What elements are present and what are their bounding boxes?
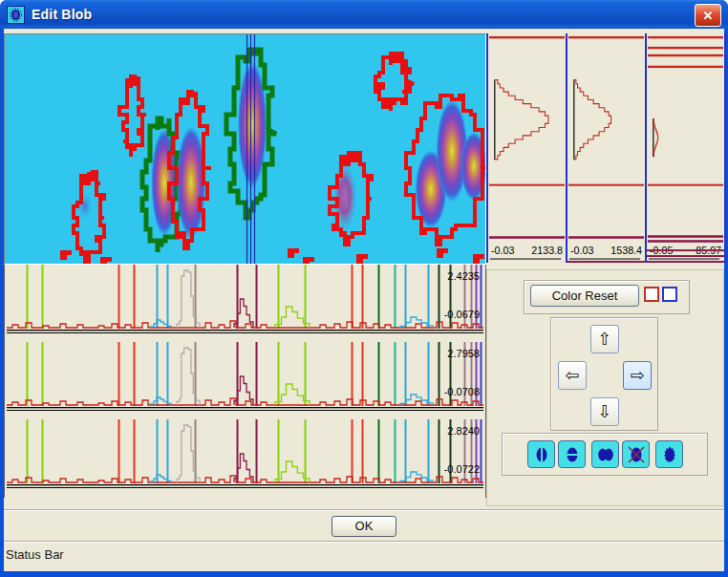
up-arrow-icon: ⇧ [597,329,611,350]
blue-swatch[interactable] [662,287,677,302]
hist-min-label: -0.03 [570,245,593,256]
merge-blobs-button[interactable] [591,440,619,468]
spectrum-max-label: 2.7958 [447,348,480,359]
ragged-blob-button[interactable] [655,440,683,468]
control-panel: Color Reset ⇧ ⇦ ⇨ ⇩ [486,269,724,506]
split-blob-vertical-button[interactable] [527,440,555,468]
spectrum-min-label: -0.0679 [444,309,480,320]
delete-blob-icon [627,445,646,464]
split-blob-horizontal-button[interactable] [558,440,586,468]
spectrum-max-label: 2.4235 [447,270,480,282]
histogram-0[interactable]: -0.032133.8 [488,33,567,263]
move-right-button[interactable]: ⇨ [623,361,652,390]
move-down-button[interactable]: ⇩ [590,397,619,426]
left-arrow-icon: ⇦ [565,365,579,386]
spectrum-max-label: 2.8240 [447,425,480,437]
status-bar: Status Bar [4,541,724,571]
color-reset-group: Color Reset [524,280,690,314]
spectrum-2[interactable]: 2.8240-0.0722 [5,419,485,497]
arrow-pad-group: ⇧ ⇦ ⇨ ⇩ [550,317,658,431]
close-button[interactable]: ✕ [695,4,721,27]
title-bar[interactable]: Edit Blob ✕ [0,0,728,29]
ragged-blob-icon [660,445,679,464]
spectra-panel[interactable]: 2.4235-0.06792.7958-0.07082.8240-0.0722 [4,265,486,498]
histogram-2[interactable]: -0.0585.97 [647,33,726,263]
color-reset-button[interactable]: Color Reset [530,285,639,307]
move-up-button[interactable]: ⇧ [590,325,619,353]
merge-icon [596,445,615,464]
histogram-1[interactable]: -0.031538.4 [567,33,647,263]
footer-strip: OK [4,509,724,542]
spectrum-min-label: -0.0722 [444,463,480,475]
hist-max-label: 2133.8 [531,245,563,256]
blob-image-svg [5,34,485,264]
window-title: Edit Blob [32,7,92,22]
red-swatch[interactable] [644,287,659,302]
hist-min-label: -0.03 [491,245,514,256]
spectrum-0[interactable]: 2.4235-0.0679 [5,265,485,342]
down-arrow-icon: ⇩ [597,401,611,422]
dialog-content: -0.032133.8-0.031538.4-0.0585.97 2.4235-… [4,29,724,571]
hist-max-label: 1538.4 [610,245,642,256]
split-vertical-icon [532,445,551,464]
histogram-panel[interactable]: -0.032133.8-0.031538.4-0.0585.97 [486,33,726,263]
blob-tools-group [502,433,708,476]
app-icon [7,6,25,24]
right-arrow-icon: ⇨ [630,365,644,386]
edit-blob-window: Edit Blob ✕ -0.032133.8-0.031538.4-0.058… [0,0,728,577]
split-horizontal-icon [563,445,582,464]
ok-button[interactable]: OK [332,516,396,537]
delete-blob-button[interactable] [622,440,650,468]
spectrum-min-label: -0.0708 [444,386,480,397]
blob-image-view[interactable] [4,33,486,265]
spectrum-1[interactable]: 2.7958-0.0708 [5,342,485,419]
move-left-button[interactable]: ⇦ [558,361,587,390]
